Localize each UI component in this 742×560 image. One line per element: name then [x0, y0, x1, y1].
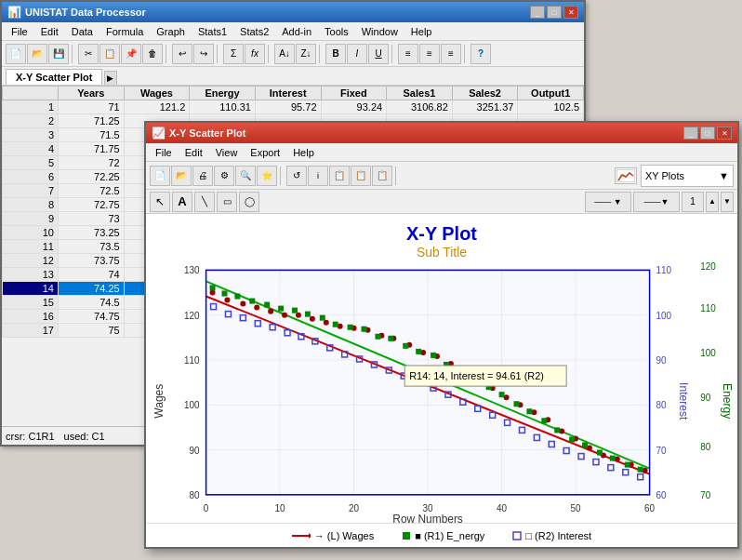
scatter-sep1 — [280, 167, 284, 185]
svg-text:Interest: Interest — [677, 382, 690, 420]
text-btn[interactable]: A — [172, 192, 192, 212]
bold-btn[interactable]: B — [325, 44, 346, 64]
menu-window[interactable]: Window — [356, 25, 404, 38]
svg-text:10: 10 — [275, 503, 285, 513]
legend-wages: → (L) Wages — [292, 530, 374, 541]
col-interest: Interest — [255, 87, 321, 100]
line-weight-dropdown[interactable]: ——▼ — [633, 192, 680, 212]
scatter-copy2-btn[interactable]: 📋 — [329, 166, 350, 186]
align-right-btn[interactable]: ≡ — [441, 44, 461, 64]
line-style-area: —— ▼ ——▼ 1 ▲ ▼ — [585, 192, 734, 212]
fx-btn[interactable]: fx — [245, 44, 265, 64]
new-btn[interactable]: 📄 — [6, 44, 26, 64]
svg-text:Energy: Energy — [721, 383, 734, 419]
align-left-btn[interactable]: ≡ — [398, 44, 418, 64]
svg-text:60: 60 — [656, 490, 667, 500]
svg-text:130: 130 — [184, 265, 200, 275]
menu-help[interactable]: Help — [405, 25, 438, 38]
scatter-menu-file[interactable]: File — [150, 146, 178, 159]
svg-rect-85 — [320, 315, 325, 321]
table-row[interactable]: 171121.2110.3195.7293.243106.823251.3710… — [3, 100, 584, 114]
svg-text:80: 80 — [656, 400, 667, 410]
menu-tools[interactable]: Tools — [319, 25, 354, 38]
menu-formula[interactable]: Formula — [100, 25, 149, 38]
scatter-menu-view[interactable]: View — [210, 146, 244, 159]
menu-edit[interactable]: Edit — [35, 25, 64, 38]
close-button[interactable]: ✕ — [563, 6, 578, 19]
open-btn[interactable]: 📂 — [27, 44, 47, 64]
scatter-info-btn[interactable]: i — [308, 166, 328, 186]
cut-btn[interactable]: ✂ — [78, 44, 99, 64]
save-btn[interactable]: 💾 — [48, 44, 69, 64]
scatter-menu-help[interactable]: Help — [287, 146, 320, 159]
align-center-btn[interactable]: ≡ — [419, 44, 440, 64]
select-btn[interactable]: ↖ — [150, 192, 170, 212]
scatter-new-btn[interactable]: 📄 — [150, 166, 170, 186]
redo-btn[interactable]: ↪ — [193, 44, 214, 64]
tab-scroll-right[interactable]: ▶ — [104, 71, 117, 85]
app-icon: 📊 — [7, 6, 21, 19]
menu-stats1[interactable]: Stats1 — [192, 25, 232, 38]
scatter-icon: 📈 — [152, 127, 166, 140]
svg-text:Row Numbers: Row Numbers — [392, 513, 462, 523]
scatter-maximize-button[interactable]: □ — [700, 127, 715, 140]
tab-xy-scatter[interactable]: X-Y Scatter Plot — [6, 69, 102, 85]
line-count-down[interactable]: ▼ — [721, 192, 734, 212]
help-btn[interactable]: ? — [470, 44, 491, 64]
delete-btn[interactable]: 🗑 — [142, 44, 163, 64]
col-years: Years — [59, 87, 125, 100]
scatter-copy3-btn[interactable]: 📋 — [351, 166, 371, 186]
ellipse-btn[interactable]: ◯ — [239, 192, 259, 212]
scatter-window-controls: _ □ ✕ — [683, 127, 732, 140]
minimize-button[interactable]: _ — [530, 6, 545, 19]
italic-btn[interactable]: I — [347, 44, 367, 64]
svg-text:0: 0 — [204, 503, 209, 513]
scatter-close-button[interactable]: ✕ — [717, 127, 732, 140]
sigma-btn[interactable]: Σ — [223, 44, 244, 64]
scatter-print-btn[interactable]: 🖨 — [192, 166, 213, 186]
svg-text:80: 80 — [700, 441, 710, 451]
menu-graph[interactable]: Graph — [151, 25, 191, 38]
draw-toolbar: ↖ A ╲ ▭ ◯ —— ▼ ——▼ 1 ▲ ▼ — [146, 190, 737, 214]
sort-desc-btn[interactable]: Z↓ — [296, 44, 316, 64]
paste-btn[interactable]: 📌 — [121, 44, 141, 64]
line-count-up[interactable]: ▲ — [706, 192, 719, 212]
scatter-settings-btn[interactable]: ⚙ — [214, 166, 234, 186]
line-style-dropdown[interactable]: —— ▼ — [585, 192, 631, 212]
svg-point-47 — [240, 301, 245, 307]
legend-energy: ■ (R1) E_nergy — [402, 530, 484, 541]
maximize-button[interactable]: □ — [547, 6, 562, 19]
svg-rect-105 — [597, 450, 603, 456]
scatter-minimize-button[interactable]: _ — [683, 127, 698, 140]
scatter-star-btn[interactable]: ⭐ — [257, 166, 277, 186]
plot-svg: X-Y Plot Sub Title 80 90 — [146, 214, 737, 523]
scatter-copy4-btn[interactable]: 📋 — [372, 166, 392, 186]
menu-addin[interactable]: Add-in — [276, 25, 317, 38]
svg-rect-99 — [514, 401, 520, 407]
menu-file[interactable]: File — [6, 25, 33, 38]
scatter-search-btn[interactable]: 🔍 — [235, 166, 256, 186]
line-btn[interactable]: ╲ — [194, 192, 215, 212]
scatter-refresh-btn[interactable]: ↺ — [286, 166, 307, 186]
undo-btn[interactable]: ↩ — [172, 44, 192, 64]
main-toolbar: 📄 📂 💾 ✂ 📋 📌 🗑 ↩ ↪ Σ fx A↓ Z↓ B I U ≡ ≡ ≡ — [2, 41, 584, 67]
copy-btn[interactable]: 📋 — [99, 44, 120, 64]
sep4 — [268, 45, 272, 63]
line-count-input[interactable]: 1 — [682, 192, 704, 212]
sort-asc-btn[interactable]: A↓ — [274, 44, 295, 64]
rect-btn[interactable]: ▭ — [217, 192, 237, 212]
menu-stats2[interactable]: Stats2 — [234, 25, 274, 38]
svg-rect-92 — [416, 349, 421, 354]
underline-btn[interactable]: U — [368, 44, 389, 64]
menu-data[interactable]: Data — [66, 25, 99, 38]
scatter-window: 📈 X-Y Scatter Plot _ □ ✕ File Edit View … — [144, 121, 739, 549]
col-output1: Output1 — [518, 87, 584, 100]
xy-plots-dropdown[interactable]: XY Plots ▼ — [641, 165, 734, 187]
svg-rect-145 — [513, 532, 521, 540]
svg-rect-98 — [499, 392, 505, 397]
main-menu-bar: File Edit Data Formula Graph Stats1 Stat… — [2, 22, 584, 41]
scatter-menu-export[interactable]: Export — [245, 146, 285, 159]
sep5 — [319, 45, 323, 63]
scatter-menu-edit[interactable]: Edit — [179, 146, 208, 159]
scatter-open-btn[interactable]: 📂 — [171, 166, 192, 186]
